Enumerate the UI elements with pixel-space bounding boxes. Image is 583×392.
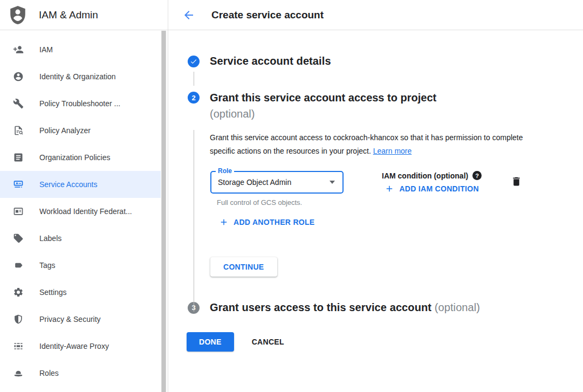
check-icon: [188, 56, 200, 67]
role-select-value: Storage Object Admin: [218, 178, 291, 187]
sidebar-item-organization-policies[interactable]: Organization Policies: [0, 144, 161, 171]
sidebar-item-privacy-security[interactable]: Privacy & Security: [0, 306, 161, 333]
sidebar-item-labels[interactable]: Labels: [0, 225, 161, 252]
document-icon: [13, 152, 24, 163]
step1-title: Service account details: [210, 55, 331, 67]
role-field-column: Role Storage Object Admin Full control o…: [210, 171, 344, 207]
service-account-icon: [13, 179, 24, 190]
badge-card-icon: [13, 206, 24, 217]
sidebar-item-workload-identity-federat[interactable]: Workload Identity Federat...: [0, 198, 161, 225]
plus-icon: [385, 184, 394, 194]
step2-description: Grant this service account access to coc…: [210, 131, 529, 158]
role-row: Role Storage Object Admin Full control o…: [210, 171, 583, 207]
plus-icon: [219, 217, 229, 227]
back-arrow-icon[interactable]: [182, 9, 195, 22]
learn-more-link[interactable]: Learn more: [373, 147, 412, 155]
stepper-content: Service account details 2 Grant this ser…: [168, 30, 583, 392]
add-another-role-label: ADD ANOTHER ROLE: [234, 218, 315, 226]
step-connector-line: [194, 72, 194, 86]
role-select-label: Role: [216, 167, 234, 175]
cancel-button[interactable]: CANCEL: [252, 338, 284, 346]
trash-icon[interactable]: [511, 176, 522, 187]
sidebar-item-policy-troubleshooter[interactable]: Policy Troubleshooter ...: [0, 90, 161, 117]
add-iam-condition-label: ADD IAM CONDITION: [399, 184, 478, 193]
continue-button[interactable]: CONTINUE: [210, 257, 277, 277]
step3-header[interactable]: 3 Grant users access to this service acc…: [188, 301, 583, 314]
label-tag-icon: [13, 233, 24, 244]
sidebar-scrollbar-thumb[interactable]: [161, 31, 166, 392]
sidebar-item-identity-aware-proxy[interactable]: Identity-Aware Proxy: [0, 333, 161, 360]
add-another-role-button[interactable]: ADD ANOTHER ROLE: [219, 217, 315, 227]
hat-icon: [13, 368, 24, 379]
proxy-grid-icon: [13, 341, 24, 352]
sidebar-item-service-accounts[interactable]: Service Accounts: [0, 171, 161, 198]
question-mark-icon[interactable]: ?: [472, 171, 482, 180]
step3-optional-text: (optional): [435, 301, 480, 313]
sidebar-item-settings[interactable]: Settings: [0, 279, 161, 306]
step3-title-text: Grant users access to this service accou…: [210, 301, 431, 313]
gear-icon: [13, 287, 24, 298]
sidebar-scrollbar: [161, 31, 168, 392]
sidebar-nav: IAM Identity & Organization Policy Troub…: [0, 30, 168, 387]
wrench-icon: [13, 98, 24, 109]
role-helper-text: Full control of GCS objects.: [210, 198, 344, 207]
sidebar-item-policy-analyzer[interactable]: Policy Analyzer: [0, 117, 161, 144]
shield-half-icon: [13, 314, 24, 325]
sidebar-header: IAM & Admin: [0, 0, 168, 30]
step2-title-text: Grant this service account access to pro…: [210, 92, 436, 104]
person-add-icon: [13, 44, 24, 55]
role-select[interactable]: Role Storage Object Admin: [210, 171, 344, 194]
main-panel: Create service account Service account d…: [168, 0, 583, 392]
step2-optional-text: (optional): [210, 106, 436, 122]
step2-header[interactable]: 2 Grant this service account access to p…: [188, 90, 583, 122]
policy-analyzer-icon: [13, 125, 24, 136]
sidebar-item-roles[interactable]: Roles: [0, 360, 161, 387]
done-button[interactable]: DONE: [187, 332, 234, 352]
main-header: Create service account: [168, 0, 583, 30]
page-title: Create service account: [211, 9, 324, 21]
sidebar-item-identity-organization[interactable]: Identity & Organization: [0, 63, 161, 90]
iam-condition-label-row: IAM condition (optional) ?: [382, 171, 482, 180]
sidebar: IAM & Admin IAM Identity & Organization …: [0, 0, 168, 392]
iam-condition-column: IAM condition (optional) ? ADD IAM CONDI…: [382, 171, 482, 194]
step2-description-text: Grant this service account access to coc…: [210, 133, 523, 155]
shield-person-icon: [9, 5, 27, 25]
account-circle-icon: [13, 71, 24, 82]
step2-title: Grant this service account access to pro…: [210, 90, 436, 122]
app-window: IAM & Admin IAM Identity & Organization …: [0, 0, 583, 392]
sidebar-item-tags[interactable]: Tags: [0, 252, 161, 279]
sidebar-title: IAM & Admin: [39, 9, 98, 21]
form-actions: DONE CANCEL: [187, 332, 583, 352]
sidebar-item-iam[interactable]: IAM: [0, 36, 161, 63]
step2-number-badge: 2: [188, 92, 200, 104]
step3-title: Grant users access to this service accou…: [210, 301, 480, 314]
add-iam-condition-button[interactable]: ADD IAM CONDITION: [385, 184, 478, 194]
step-connector-line: [194, 130, 194, 312]
iam-condition-label: IAM condition (optional): [382, 171, 468, 180]
tag-arrow-icon: [13, 260, 24, 271]
caret-down-icon: [330, 181, 335, 184]
step1-header[interactable]: Service account details: [188, 55, 583, 67]
